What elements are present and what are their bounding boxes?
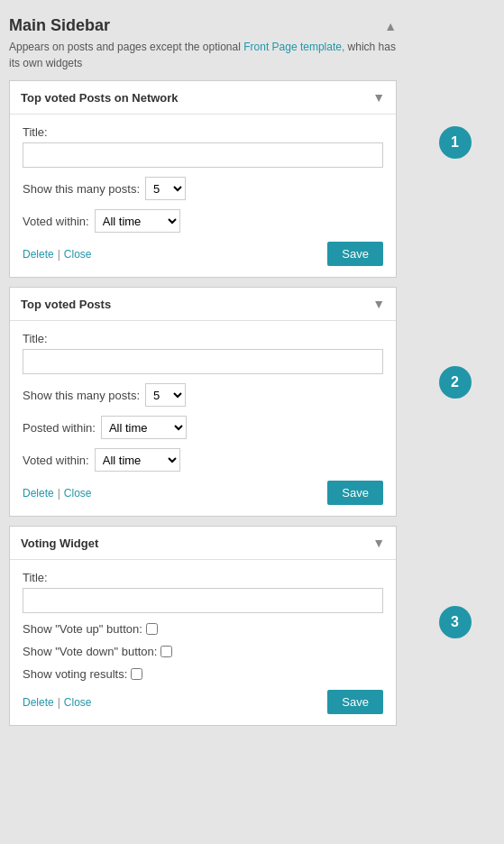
show-posts-label-1: Show this many posts:: [23, 182, 140, 196]
badge-1: 1: [439, 126, 472, 159]
show-posts-select-2[interactable]: 5 10 15 20: [145, 383, 186, 407]
voted-within-field-1: Voted within: All time Today This week T…: [23, 209, 383, 233]
badge-2: 2: [439, 366, 472, 399]
chevron-down-icon-1[interactable]: ▼: [372, 90, 385, 105]
title-label-1: Title:: [23, 125, 383, 139]
front-page-link[interactable]: Front Page template,: [243, 41, 344, 53]
widget-title-2: Top voted Posts: [21, 298, 111, 311]
widget-body-2: Title: Show this many posts: 5 10 15 20 …: [10, 321, 396, 516]
close-button-2[interactable]: Close: [64, 487, 92, 500]
vote-up-field: Show "Vote up" button:: [23, 622, 383, 636]
footer-links-2: Delete | Close: [23, 487, 92, 500]
title-label-2: Title:: [23, 332, 383, 345]
show-posts-select-1[interactable]: 5 10 15 20: [145, 177, 186, 200]
widget-header-1: Top voted Posts on Network ▼: [10, 81, 396, 115]
vote-down-label: Show "Vote down" button:: [23, 645, 157, 658]
widget-title-3: Voting Widget: [21, 537, 98, 550]
show-posts-field-2: Show this many posts: 5 10 15 20: [23, 383, 383, 407]
vote-up-checkbox[interactable]: [146, 623, 158, 635]
save-button-3[interactable]: Save: [327, 690, 383, 714]
widget-top-voted-posts: Top voted Posts ▼ Title: Show this many …: [9, 287, 397, 517]
save-button-2[interactable]: Save: [327, 481, 383, 505]
footer-links-3: Delete | Close: [23, 696, 92, 709]
widget-header-3: Voting Widget ▼: [10, 527, 396, 560]
chevron-down-icon-3[interactable]: ▼: [372, 536, 385, 550]
posted-within-label-2: Posted within:: [23, 421, 96, 435]
delete-button-3[interactable]: Delete: [23, 696, 54, 709]
chevron-down-icon-2[interactable]: ▼: [372, 297, 385, 311]
voting-results-field: Show voting results:: [23, 667, 383, 681]
widget-header-2: Top voted Posts ▼: [10, 288, 396, 321]
delete-button-1[interactable]: Delete: [23, 248, 54, 261]
vote-down-checkbox[interactable]: [160, 646, 172, 657]
widget-body-1: Title: Show this many posts: 5 10 15 20 …: [10, 115, 396, 277]
title-input-2[interactable]: [23, 349, 383, 374]
widget-voting: Voting Widget ▼ Title: Show "Vote up" bu…: [9, 526, 397, 726]
main-content: Main Sidebar ▲ Appears on posts and page…: [0, 0, 406, 844]
vote-up-label: Show "Vote up" button:: [23, 622, 142, 636]
widget-footer-3: Delete | Close Save: [23, 690, 383, 714]
widget-footer-2: Delete | Close Save: [23, 481, 383, 505]
widget-footer-1: Delete | Close Save: [23, 242, 383, 266]
posted-within-select-2[interactable]: All time Today This week This month This…: [101, 416, 187, 439]
title-input-3[interactable]: [23, 588, 383, 613]
right-column: 1 2 3: [406, 0, 504, 844]
voting-results-label: Show voting results:: [23, 667, 127, 681]
collapse-icon[interactable]: ▲: [384, 19, 397, 33]
sidebar-header: Main Sidebar ▲: [9, 9, 397, 39]
widget-top-voted-network: Top voted Posts on Network ▼ Title: Show…: [9, 80, 397, 278]
badge-3: 3: [439, 606, 472, 638]
sidebar-title: Main Sidebar: [9, 16, 110, 35]
footer-links-1: Delete | Close: [23, 248, 92, 261]
title-input-1[interactable]: [23, 142, 383, 168]
show-posts-field-1: Show this many posts: 5 10 15 20: [23, 177, 383, 200]
close-button-3[interactable]: Close: [64, 696, 92, 709]
voted-within-label-2: Voted within:: [23, 454, 89, 467]
widget-body-3: Title: Show "Vote up" button: Show "Vote…: [10, 560, 396, 725]
posted-within-field-2: Posted within: All time Today This week …: [23, 416, 383, 439]
voted-within-select-2[interactable]: All time Today This week This month This…: [95, 448, 180, 472]
voted-within-select-1[interactable]: All time Today This week This month This…: [95, 209, 180, 233]
title-label-3: Title:: [23, 571, 383, 584]
close-button-1[interactable]: Close: [64, 248, 92, 261]
show-posts-label-2: Show this many posts:: [23, 389, 140, 402]
voting-results-checkbox[interactable]: [131, 668, 142, 680]
vote-down-field: Show "Vote down" button:: [23, 645, 383, 658]
voted-within-field-2: Voted within: All time Today This week T…: [23, 448, 383, 472]
widget-title-1: Top voted Posts on Network: [21, 91, 179, 105]
voted-within-label-1: Voted within:: [23, 215, 89, 228]
delete-button-2[interactable]: Delete: [23, 487, 54, 500]
save-button-1[interactable]: Save: [327, 242, 383, 266]
sidebar-description: Appears on posts and pages except the op…: [9, 39, 397, 71]
